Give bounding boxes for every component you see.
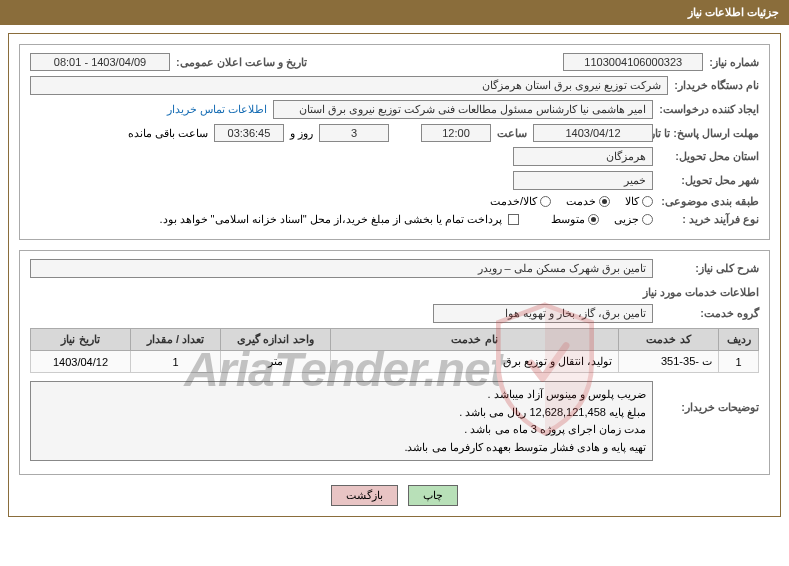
th-unit: واحد اندازه گیری [221,329,331,351]
cell-name: تولید، انتقال و توزیع برق [331,351,619,373]
radio-minor[interactable]: جزیی [614,213,653,226]
radio-goods-service[interactable]: کالا/خدمت [490,195,551,208]
need-number-label: شماره نیاز: [709,56,759,69]
buyer-contact-link[interactable]: اطلاعات تماس خریدار [167,103,267,116]
payment-note: پرداخت تمام یا بخشی از مبلغ خرید،از محل … [159,213,502,226]
desc-line4: تهیه پایه و هادی فشار متوسط بعهده کارفرم… [37,439,646,457]
summary-value: تامین برق شهرک مسکن ملی – رویدر [30,259,653,278]
desc-box: ضریب پلوس و مینوس آزاد میباشد . مبلغ پای… [30,381,653,461]
summary-label: شرح کلی نیاز: [659,262,759,275]
th-date: تاریخ نیاز [31,329,131,351]
deadline-label: مهلت ارسال پاسخ: تا تاریخ: [659,127,759,140]
radio-goods[interactable]: کالا [625,195,653,208]
page-title: جزئیات اطلاعات نیاز [688,6,779,18]
time-label: ساعت [497,127,527,140]
cell-unit: متر [221,351,331,373]
services-info-title: اطلاعات خدمات مورد نیاز [30,286,759,299]
city-value: خمیر [513,171,653,190]
city-label: شهر محل تحویل: [659,174,759,187]
desc-line1: ضریب پلوس و مینوس آزاد میباشد . [37,386,646,404]
cell-row: 1 [719,351,759,373]
th-row: ردیف [719,329,759,351]
remaining-label: ساعت باقی مانده [128,127,208,140]
page-header: جزئیات اطلاعات نیاز [0,0,789,25]
cell-qty: 1 [131,351,221,373]
category-label: طبقه بندی موضوعی: [659,195,759,208]
announce-date-label: تاریخ و ساعت اعلان عمومی: [176,56,307,69]
radio-medium[interactable]: متوسط [551,213,599,226]
services-table: ردیف کد خدمت نام خدمت واحد اندازه گیری ت… [30,328,759,373]
desc-label: توضیحات خریدار: [659,381,759,414]
remaining-time-value: 03:36:45 [214,124,284,142]
cell-date: 1403/04/12 [31,351,131,373]
announce-date-value: 1403/04/09 - 08:01 [30,53,170,71]
deadline-time-value: 12:00 [421,124,491,142]
purchase-type-label: نوع فرآیند خرید : [659,213,759,226]
desc-line2: مبلغ پایه 12,628,121,458 ریال می باشد . [37,404,646,422]
th-name: نام خدمت [331,329,619,351]
province-value: هرمزگان [513,147,653,166]
radio-service[interactable]: خدمت [566,195,610,208]
button-bar: چاپ بازگشت [19,485,770,506]
print-button[interactable]: چاپ [408,485,458,506]
cell-code: ت -35-351 [619,351,719,373]
payment-checkbox[interactable] [508,214,519,225]
need-number-value: 1103004106000323 [563,53,703,71]
service-group-label: گروه خدمت: [659,307,759,320]
days-word: روز و [290,127,313,140]
buyer-org-value: شرکت توزیع نیروی برق استان هرمزگان [30,76,668,95]
th-qty: تعداد / مقدار [131,329,221,351]
buyer-org-label: نام دستگاه خریدار: [674,79,759,92]
form-section: شماره نیاز: 1103004106000323 تاریخ و ساع… [19,44,770,240]
table-row: 1 ت -35-351 تولید، انتقال و توزیع برق مت… [31,351,759,373]
category-radio-group: کالا خدمت کالا/خدمت [490,195,653,208]
main-container: AriaTender.net شماره نیاز: 1103004106000… [8,33,781,517]
service-group-value: تامین برق، گاز، بخار و تهویه هوا [433,304,653,323]
back-button[interactable]: بازگشت [331,485,398,506]
need-section: شرح کلی نیاز: تامین برق شهرک مسکن ملی – … [19,250,770,475]
purchase-type-radio-group: جزیی متوسط [551,213,653,226]
requester-value: امیر هاشمی نیا کارشناس مسئول مطالعات فنی… [273,100,653,119]
days-count-value: 3 [319,124,389,142]
deadline-date-value: 1403/04/12 [533,124,653,142]
th-code: کد خدمت [619,329,719,351]
requester-label: ایجاد کننده درخواست: [659,103,759,116]
desc-line3: مدت زمان اجرای پروژه 3 ماه می باشد . [37,421,646,439]
province-label: استان محل تحویل: [659,150,759,163]
